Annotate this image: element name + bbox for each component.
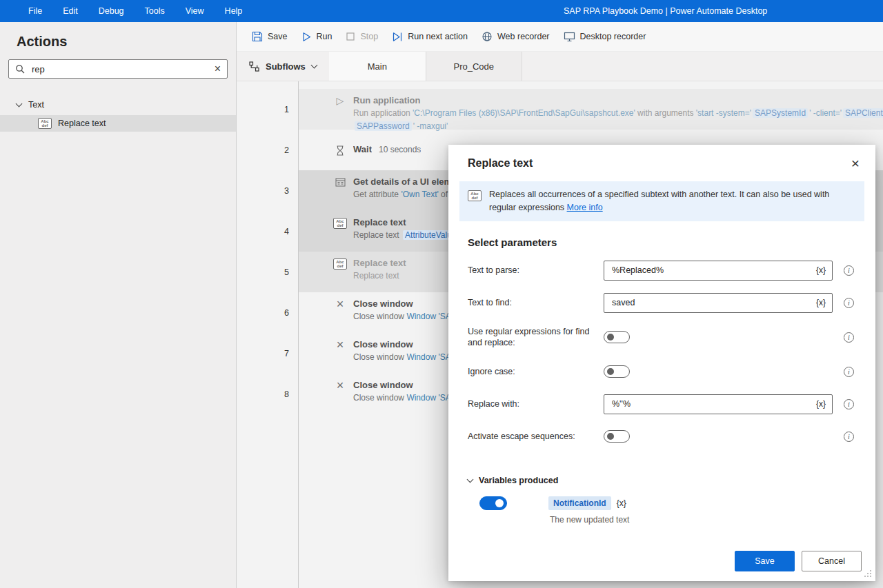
field-escape-sequences: Activate escape sequences: i (468, 426, 859, 447)
menu-tools[interactable]: Tools (135, 0, 175, 22)
escape-sequences-label: Activate escape sequences: (468, 431, 604, 442)
actions-search-box[interactable]: × (8, 59, 228, 79)
action-title: Wait (353, 144, 372, 155)
variable-picker-button[interactable]: {x} (816, 399, 826, 409)
action-icon-slot: × (333, 380, 348, 414)
action-description: 10 seconds (379, 144, 421, 156)
actions-sidebar: Actions × Text Abcdef Replace text (0, 22, 237, 588)
menu-debug[interactable]: Debug (88, 0, 135, 22)
action-row[interactable]: 1 ▷ Run application Run application 'C:\… (237, 89, 883, 130)
tree-group-text[interactable]: Text (0, 97, 236, 113)
produced-variable-badge[interactable]: NotificationId (548, 496, 611, 510)
action-icon-slot: ▷ (333, 95, 348, 130)
replace-text-dialog: Replace text × Abcdef Replaces all occur… (448, 145, 875, 581)
resize-grip[interactable] (864, 569, 872, 578)
text-to-parse-label: Text to parse: (468, 265, 604, 276)
play-icon: ▷ (337, 96, 344, 130)
run-next-action-button[interactable]: Run next action (385, 28, 475, 46)
action-row-number: 7 (237, 333, 298, 374)
save-label: Save (268, 32, 288, 41)
action-description: Run application 'C:\Program Files (x86)\… (353, 108, 883, 132)
replace-with-input-wrap: {x} (604, 394, 833, 414)
info-icon[interactable]: i (844, 332, 854, 343)
chevron-down-icon (310, 61, 317, 68)
field-text-to-find: Text to find: {x} i (468, 292, 859, 313)
ignore-case-label: Ignore case: (468, 366, 604, 377)
close-window-icon: × (337, 381, 344, 414)
info-icon[interactable]: i (844, 399, 854, 409)
tree-item-replace-text[interactable]: Abcdef Replace text (0, 115, 236, 132)
subflows-icon (249, 61, 259, 72)
produced-variable-row: NotificationId {x} (468, 496, 859, 510)
menu-file[interactable]: File (18, 0, 52, 22)
save-icon (252, 31, 263, 42)
replace-text-icon: Abcdef (333, 218, 347, 229)
menu-help[interactable]: Help (215, 0, 253, 22)
text-to-find-input[interactable] (611, 297, 812, 308)
escape-sequences-toggle[interactable] (604, 430, 630, 443)
info-icon[interactable]: i (844, 367, 854, 377)
info-icon[interactable]: i (844, 265, 854, 276)
replace-with-input[interactable] (611, 398, 812, 409)
action-row-number: 8 (237, 374, 298, 414)
dialog-body: Select parameters Text to parse: {x} i T… (468, 236, 859, 525)
action-row-number: 3 (237, 170, 298, 211)
dialog-cancel-button[interactable]: Cancel (802, 551, 862, 571)
tab-main[interactable]: Main (329, 52, 426, 81)
search-input[interactable] (30, 63, 209, 75)
menu-view[interactable]: View (175, 0, 215, 22)
use-regex-toggle[interactable] (604, 331, 630, 343)
dialog-description: Replaces all occurrences of a specified … (489, 190, 829, 212)
search-icon (15, 64, 25, 74)
tab-main-label: Main (368, 61, 387, 72)
dialog-footer: Save Cancel (735, 551, 862, 571)
produced-variable-toggle[interactable] (479, 496, 507, 510)
chevron-down-icon (467, 476, 474, 483)
run-button[interactable]: Run (295, 28, 339, 46)
stop-button: Stop (339, 28, 385, 45)
close-window-icon: × (337, 299, 344, 333)
text-to-parse-input[interactable] (611, 265, 812, 276)
variables-produced-header[interactable]: Variables produced (468, 476, 859, 485)
text-to-find-label: Text to find: (468, 297, 604, 308)
variable-token: {x} (617, 498, 626, 508)
action-icon-slot: Abcdef (333, 217, 348, 252)
tree-group-label: Text (28, 100, 44, 110)
clear-search-icon[interactable]: × (215, 63, 221, 74)
dialog-save-button[interactable]: Save (735, 551, 795, 571)
menu-edit[interactable]: Edit (52, 0, 88, 22)
sidebar-title: Actions (17, 34, 236, 50)
more-info-link[interactable]: More info (567, 203, 603, 212)
window-title: SAP RPA Playbook Demo | Power Automate D… (564, 0, 767, 22)
run-next-action-icon (392, 32, 403, 42)
ignore-case-toggle[interactable] (604, 365, 630, 378)
stop-label: Stop (360, 32, 378, 41)
action-icon-slot: × (333, 339, 348, 374)
close-window-icon: × (337, 340, 344, 374)
action-row-number: 4 (237, 211, 298, 252)
web-recorder-button[interactable]: Web recorder (475, 27, 557, 46)
desktop-recorder-button[interactable]: Desktop recorder (557, 27, 653, 46)
action-icon-slot (333, 145, 348, 156)
web-recorder-icon (482, 31, 493, 42)
close-icon[interactable]: × (845, 153, 866, 174)
action-icon-slot: × (333, 298, 348, 333)
info-icon[interactable]: i (844, 298, 854, 308)
field-use-regex: Use regular expressions for find and rep… (468, 325, 859, 349)
action-title: Run application (353, 95, 883, 106)
info-icon[interactable]: i (844, 432, 854, 442)
subflows-dropdown[interactable]: Subflows (237, 52, 329, 81)
variable-picker-button[interactable]: {x} (816, 265, 826, 275)
tab-pro-code[interactable]: Pro_Code (426, 52, 522, 81)
save-button[interactable]: Save (245, 27, 295, 46)
action-row-number: 5 (237, 252, 298, 292)
replace-with-label: Replace with: (468, 398, 604, 409)
action-row-number: 2 (237, 130, 298, 170)
chevron-down-icon (16, 100, 23, 107)
field-replace-with: Replace with: {x} i (468, 394, 859, 414)
titlebar: File Edit Debug Tools View Help SAP RPA … (0, 0, 883, 22)
stop-icon (346, 32, 355, 41)
replace-text-icon: Abcdef (333, 258, 347, 270)
ui-element-details-icon (335, 177, 346, 187)
variable-picker-button[interactable]: {x} (816, 298, 826, 307)
